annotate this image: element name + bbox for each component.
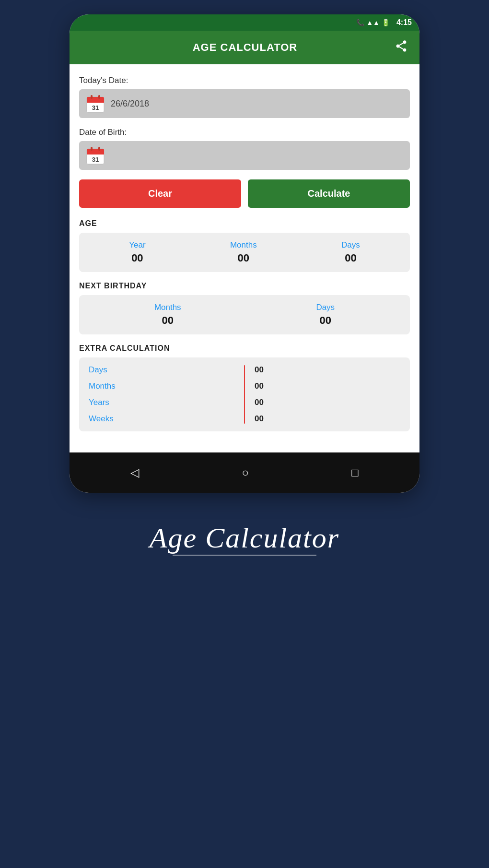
extra-weeks-value: 00 bbox=[255, 414, 400, 424]
today-calendar-icon: 31 bbox=[86, 94, 105, 113]
birthday-days-col: Days 00 bbox=[316, 303, 335, 327]
svg-rect-8 bbox=[87, 153, 104, 155]
svg-rect-4 bbox=[98, 95, 100, 99]
brand-text: Age Calculator bbox=[150, 522, 339, 555]
status-time: 4:15 bbox=[396, 18, 412, 27]
battery-icon: 🔋 bbox=[382, 19, 390, 26]
extra-months-value: 00 bbox=[255, 381, 400, 391]
extra-calc-title: EXTRA CALCULATION bbox=[79, 344, 410, 353]
calculate-button[interactable]: Calculate bbox=[248, 179, 410, 208]
bottom-brand: Age Calculator bbox=[140, 493, 349, 575]
next-birthday-result-box: Months 00 Days 00 bbox=[79, 295, 410, 334]
todays-date-label: Today's Date: bbox=[79, 76, 410, 85]
extra-calc-box: Days Months Years Weeks 00 00 00 00 bbox=[79, 357, 410, 431]
next-birthday-row: Months 00 Days 00 bbox=[87, 303, 402, 327]
call-icon: 📞 bbox=[356, 19, 364, 26]
age-year-label: Year bbox=[129, 240, 145, 250]
age-section-title: AGE bbox=[79, 219, 410, 228]
app-content: Today's Date: 31 26/6/2018 Date of Birth… bbox=[70, 64, 419, 452]
birthday-days-value: 00 bbox=[320, 314, 331, 327]
age-months-col: Months 00 bbox=[230, 240, 257, 264]
dob-calendar-icon: 31 bbox=[86, 146, 105, 165]
next-birthday-title: NEXT BIRTHDAY bbox=[79, 282, 410, 290]
age-months-value: 00 bbox=[238, 252, 249, 264]
extra-years-value: 00 bbox=[255, 398, 400, 407]
svg-rect-9 bbox=[91, 147, 93, 151]
app-header: AGE CALCULATOR bbox=[70, 31, 419, 64]
extra-days-value: 00 bbox=[255, 365, 400, 375]
age-result-row: Year 00 Months 00 Days 00 bbox=[87, 240, 402, 264]
nav-bar bbox=[70, 452, 419, 493]
status-icons: 📞 ▲▲ 🔋 bbox=[356, 19, 390, 26]
extra-labels: Days Months Years Weeks bbox=[89, 365, 234, 424]
birthday-months-value: 00 bbox=[162, 314, 174, 327]
nav-home-button[interactable] bbox=[238, 462, 253, 483]
extra-months-label: Months bbox=[89, 381, 234, 391]
age-year-value: 00 bbox=[131, 252, 143, 264]
age-year-col: Year 00 bbox=[129, 240, 145, 264]
extra-days-label: Days bbox=[89, 365, 234, 375]
svg-text:31: 31 bbox=[92, 156, 99, 163]
clear-button[interactable]: Clear bbox=[79, 179, 241, 208]
todays-date-value: 26/6/2018 bbox=[111, 99, 403, 109]
todays-date-input[interactable]: 31 26/6/2018 bbox=[79, 89, 410, 118]
birthday-months-col: Months 00 bbox=[154, 303, 181, 327]
age-days-col: Days 00 bbox=[341, 240, 360, 264]
svg-rect-2 bbox=[87, 101, 104, 103]
signal-icon: ▲▲ bbox=[366, 19, 380, 26]
svg-rect-3 bbox=[91, 95, 93, 99]
age-months-label: Months bbox=[230, 240, 257, 250]
dob-input[interactable]: 31 bbox=[79, 141, 410, 170]
nav-recents-button[interactable] bbox=[348, 462, 362, 483]
share-icon[interactable] bbox=[395, 39, 408, 56]
extra-weeks-label: Weeks bbox=[89, 414, 234, 424]
svg-text:31: 31 bbox=[92, 104, 99, 111]
age-days-value: 00 bbox=[345, 252, 356, 264]
phone-container: 📞 ▲▲ 🔋 4:15 AGE CALCULATOR Today's Date: bbox=[70, 14, 419, 493]
dob-label: Date of Birth: bbox=[79, 128, 410, 137]
status-bar: 📞 ▲▲ 🔋 4:15 bbox=[70, 14, 419, 31]
brand-underline bbox=[173, 555, 316, 556]
app-title: AGE CALCULATOR bbox=[95, 41, 395, 54]
page-wrapper: 📞 ▲▲ 🔋 4:15 AGE CALCULATOR Today's Date: bbox=[0, 0, 489, 868]
nav-back-button[interactable] bbox=[127, 462, 143, 483]
action-buttons: Clear Calculate bbox=[79, 179, 410, 208]
extra-values: 00 00 00 00 bbox=[255, 365, 400, 424]
age-days-label: Days bbox=[341, 240, 360, 250]
age-result-box: Year 00 Months 00 Days 00 bbox=[79, 233, 410, 272]
svg-rect-10 bbox=[98, 147, 100, 151]
extra-years-label: Years bbox=[89, 398, 234, 407]
birthday-days-label: Days bbox=[316, 303, 335, 312]
birthday-months-label: Months bbox=[154, 303, 181, 312]
extra-divider bbox=[244, 365, 245, 424]
